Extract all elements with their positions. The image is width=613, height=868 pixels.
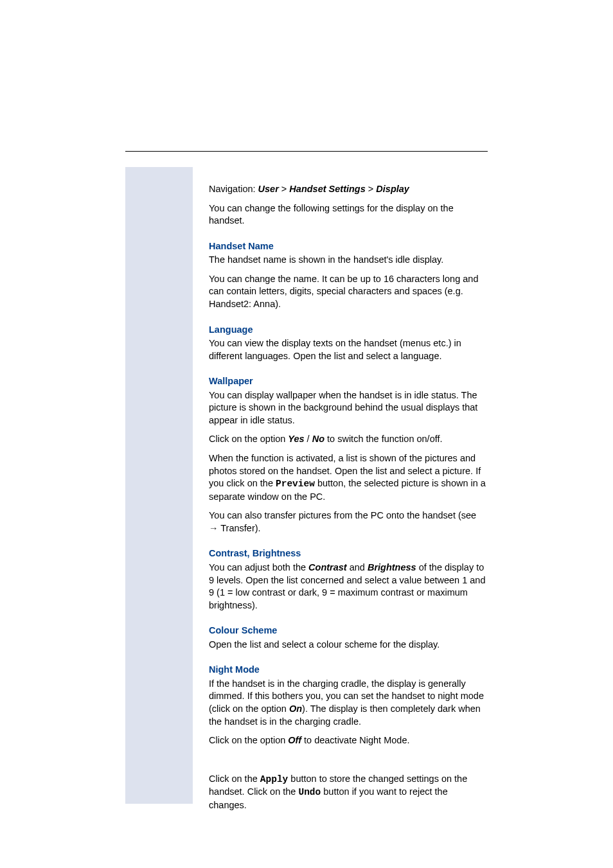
handset-name-p1: The handset name is shown in the handset… [209,254,488,267]
breadcrumb-user: User [258,184,279,194]
breadcrumb: Navigation: User > Handset Settings > Di… [209,183,488,196]
breadcrumb-sep2: > [366,184,377,194]
wallpaper-p4a: You can also transfer pictures from the … [209,510,476,520]
heading-contrast-brightness: Contrast, Brightness [209,547,488,560]
heading-wallpaper: Wallpaper [209,375,488,388]
contrast-and: and [347,562,368,572]
wallpaper-slash: / [305,434,312,444]
sidebar-shade [125,167,193,804]
wallpaper-p2a: Click on the option [209,434,288,444]
night-p2b: to deactivate Night Mode. [301,735,409,745]
wallpaper-p2: Click on the option Yes / No to switch t… [209,433,488,446]
page: Navigation: User > Handset Settings > Di… [0,0,613,868]
footer-p1: Click on the Apply button to store the c… [209,773,488,812]
breadcrumb-sep1: > [279,184,290,194]
spacer [209,754,488,773]
arrow-icon: → [209,523,218,533]
breadcrumb-display: Display [376,184,409,194]
intro-text: You can change the following settings fo… [209,202,488,227]
night-p2: Click on the option Off to deactivate Ni… [209,734,488,747]
option-on: On [289,704,302,714]
main-content: Navigation: User > Handset Settings > Di… [193,167,488,804]
footer-p1a: Click on the [209,774,260,784]
language-p1: You can view the display texts on the ha… [209,337,488,362]
wallpaper-p4b: Transfer). [218,523,261,533]
option-off: Off [288,735,301,745]
contrast-label: Contrast [308,562,347,572]
undo-button-label: Undo [298,787,321,797]
wallpaper-p2b: to switch the function on/off. [324,434,443,444]
brightness-label: Brightness [368,562,416,572]
preview-button-label: Preview [276,479,315,489]
wallpaper-p3: When the function is activated, a list i… [209,452,488,503]
wallpaper-p1: You can display wallpaper when the hands… [209,389,488,427]
horizontal-rule [125,151,488,152]
contrast-p1: You can adjust both the Contrast and Bri… [209,562,488,612]
breadcrumb-prefix: Navigation: [209,184,258,194]
heading-colour-scheme: Colour Scheme [209,624,488,637]
heading-handset-name: Handset Name [209,240,488,253]
night-p2a: Click on the option [209,735,288,745]
heading-language: Language [209,324,488,337]
heading-night-mode: Night Mode [209,664,488,677]
breadcrumb-handset-settings: Handset Settings [289,184,365,194]
apply-button-label: Apply [260,774,289,784]
wallpaper-p4: You can also transfer pictures from the … [209,509,488,535]
contrast-p1a: You can adjust both the [209,562,308,572]
handset-name-p2: You can change the name. It can be up to… [209,273,488,311]
option-no: No [312,434,324,444]
option-yes: Yes [288,434,304,444]
colour-p1: Open the list and select a colour scheme… [209,639,488,651]
content-columns: Navigation: User > Handset Settings > Di… [125,167,488,804]
night-p1: If the handset is in the charging cradle… [209,678,488,728]
